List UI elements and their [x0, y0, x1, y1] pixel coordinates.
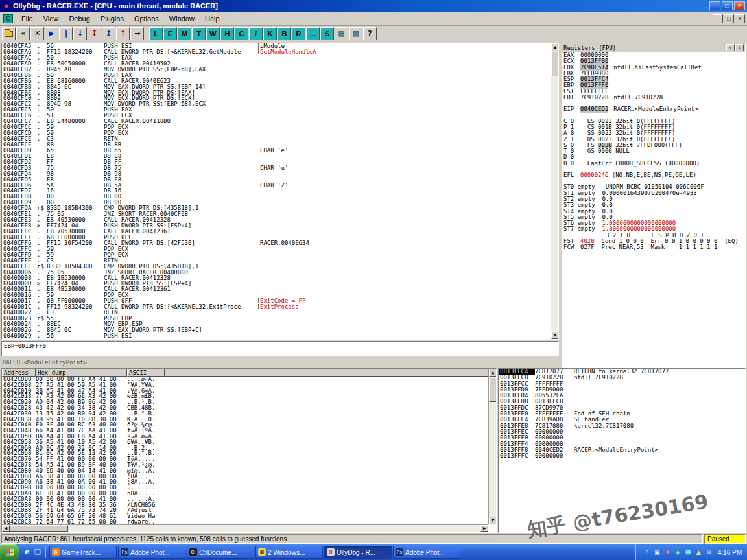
window-letter-button[interactable]: W: [206, 27, 220, 40]
taskbar-clock[interactable]: 4:16 PM: [718, 549, 742, 556]
stack-row[interactable]: 0013FFCC FFFFFFFF: [499, 381, 745, 387]
tray-icon[interactable]: ♪: [643, 548, 651, 557]
disasm-row[interactable]: 0040CFA6 . FF15 18324200 CALL DWORD PTR …: [2, 49, 558, 55]
open-file-button[interactable]: [2, 27, 16, 40]
dump-row[interactable]: 0042C030 13 15 42 00 B0 04 42 00 ..B.°.B…: [2, 411, 496, 417]
tray-icon[interactable]: ◈: [674, 548, 682, 557]
dump-row[interactable]: 0042C060 A0 0C 42 00 32 0C 14 00 .B.2...: [2, 445, 496, 451]
disasm-row[interactable]: 0040CFD7 16 DB 16: [2, 188, 558, 194]
register-row[interactable]: EBP 0013FFF0: [562, 82, 745, 88]
register-row[interactable]: EBX 7FFD9000: [562, 71, 745, 76]
dump-row[interactable]: 0042C070 54 FF 41 00 00 00 00 00 TÿA....…: [2, 456, 496, 462]
disasm-row[interactable]: 0040CFD2 FF DB FF: [2, 159, 558, 165]
start-button[interactable]: [0, 544, 19, 560]
stack-row[interactable]: 0013FFF8 0040CED2 RACER.<ModuleEntryPoin…: [499, 447, 745, 453]
toolbar-button[interactable]: →: [130, 27, 144, 40]
scroll-left-icon[interactable]: ◀: [2, 525, 10, 532]
menu-item[interactable]: Plugins: [95, 12, 129, 25]
flag-row[interactable]: Z 1 DS 0023 32bit 0(FFFFFFFF): [562, 137, 745, 143]
disasm-row[interactable]: 0040CFC2 . 894D 98 MOV DWORD PTR SS:[EBP…: [2, 101, 558, 107]
disasm-row[interactable]: 0040CFF1 . 68 FF000000 PUSH 0FF: [2, 235, 558, 240]
dump-header-ascii[interactable]: ASCII: [127, 369, 165, 377]
window-letter-button[interactable]: H: [220, 27, 234, 40]
taskbar-task-button[interactable]: C: C:\Docume...: [187, 546, 254, 559]
cpu-window-icon[interactable]: C: [3, 14, 13, 23]
disasm-row[interactable]: 0040CFD9 00 DB 00: [2, 200, 558, 205]
toolbar-button[interactable]: ↥: [102, 27, 115, 40]
window-letter-button[interactable]: L: [149, 27, 163, 40]
flag-row[interactable]: S 0 FS 003B 32bit 7FFDF000(FFF): [562, 143, 745, 148]
register-row[interactable]: ESI FFFFFFFF: [562, 89, 745, 95]
scroll-right-icon[interactable]: ▶: [480, 525, 488, 532]
register-row[interactable]: EAX 00000000: [562, 52, 745, 58]
toolbar-button[interactable]: ▩: [349, 27, 362, 40]
scroll-up-icon[interactable]: ▲: [551, 43, 559, 51]
dump-row[interactable]: 0042C000 00 00 00 00 F8 A4 41 00 ....ø¤A…: [2, 377, 496, 382]
disasm-row[interactable]: 0040CFB6 . E8 68160000 CALL RACER.0040E6…: [2, 78, 558, 84]
tray-icon[interactable]: ▲: [694, 548, 703, 557]
fpu-register-row[interactable]: ST2 empty 0.0: [562, 196, 745, 202]
quick-launch-icon[interactable]: ❏: [32, 546, 43, 558]
disasm-row[interactable]: 0040CFFE . C3 RETN: [2, 258, 558, 264]
stack-row[interactable]: 0013FFF4 00000000: [499, 441, 745, 447]
disasm-row[interactable]: 0040CFD0 65 DB 65 CHAR 'e': [2, 148, 558, 154]
menu-item[interactable]: Options: [129, 12, 164, 25]
disasm-row[interactable]: 0040CFCF 8B DB 8B: [2, 142, 558, 148]
toolbar-button[interactable]: ▦: [335, 27, 348, 40]
registers-scroll-left-icon[interactable]: ‹: [726, 44, 735, 51]
register-row-eip[interactable]: EIP 0040CED2 RACER.<ModuleEntryPoint>: [562, 106, 745, 112]
disasm-row[interactable]: 0040CFC0 . 8B09 MOV ECX,DWORD PTR DS:[EC…: [2, 95, 558, 101]
dump-scrollbar[interactable]: ▲ ▼: [488, 369, 496, 524]
disasm-row[interactable]: 0040D026 . 8B45 0C MOV EAX,DWORD PTR SS:…: [2, 327, 558, 333]
window-letter-button[interactable]: C: [235, 27, 248, 40]
dump-row[interactable]: 0042C020 AD 04 42 00 B9 06 42 00 ..B.¹.B…: [2, 399, 496, 405]
dump-row[interactable]: 0042C038 4B 95 41 00 10 8D 30 00 K.A...0…: [2, 417, 496, 423]
toolbar-button[interactable]: ▶: [45, 27, 58, 40]
disasm-row[interactable]: 0040CFC6 . 51 PUSH ECX: [2, 113, 558, 119]
disasm-row[interactable]: 0040D006 . 75 05 JNZ SHORT RACER.0040D00…: [2, 270, 558, 275]
dump-row[interactable]: 0042C090 A6 38 41 00 0A 00 41 00 ¦8A...A…: [2, 479, 496, 485]
disasm-row[interactable]: 0040CFE1 . 75 05 JNZ SHORT RACER.0040CFE…: [2, 211, 558, 217]
window-letter-button[interactable]: /: [249, 27, 263, 40]
disasm-row[interactable]: 0040CFC5 . 50 PUSH EAX: [2, 107, 558, 113]
dump-row[interactable]: 0042C018 77 A3 42 00 6E A3 42 00 w£B.n£B…: [2, 393, 496, 399]
disasm-row[interactable]: 0040CFDA r$ 833D 185B4300 CMP DWORD PTR …: [2, 205, 558, 211]
disasm-row[interactable]: 0040CFBB . 8B45 EC MOV EAX,DWORD PTR SS:…: [2, 84, 558, 90]
disasm-row[interactable]: 0040CFF6 . FF15 30F54200 CALL DWORD PTR …: [2, 240, 558, 246]
disasm-row[interactable]: 0040CFCC . 59 POP ECX: [2, 124, 558, 130]
stack-row[interactable]: 0013FFD8 0013FFC8: [499, 399, 745, 404]
disasm-row[interactable]: 0040D00D > FF7424 04 PUSH DWORD PTR SS:[…: [2, 281, 558, 286]
disasm-row[interactable]: 0040D016 . 59 POP ECX: [2, 292, 558, 298]
disasm-row[interactable]: 0040D01C . FF15 98324200 CALL DWORD PTR …: [2, 304, 558, 310]
flag-row[interactable]: O 0 LastErr ERROR_SUCCESS (00000000): [562, 161, 745, 167]
dump-header-hex[interactable]: Hex dump: [36, 369, 127, 377]
fpu-register-row[interactable]: ST6 empty 1.0000000000000000000: [562, 220, 745, 226]
dump-row[interactable]: 0042C078 54 A5 41 00 B9 BF 40 00 T¥A.¹¿@…: [2, 462, 496, 468]
dump-row[interactable]: 0042C080 40 ED 40 00 04 14 41 00 @í@...A…: [2, 468, 496, 474]
tray-icon[interactable]: ▣: [653, 548, 661, 557]
disasm-row[interactable]: 0040CFAD . E8 50C50000 CALL RACER.004195…: [2, 61, 558, 67]
toolbar-button[interactable]: ?: [363, 27, 377, 40]
window-letter-button[interactable]: K: [263, 27, 277, 40]
dump-row[interactable]: 0042C008 27 A5 41 00 59 A5 41 00 '¥A.Y¥A…: [2, 382, 496, 388]
toolbar-button[interactable]: ↧: [88, 27, 101, 40]
disasm-row[interactable]: 0040D029 . 56 PUSH ESI: [2, 333, 558, 339]
toolbar-button[interactable]: «: [16, 27, 30, 40]
dump-row[interactable]: 0042C010 3B A5 41 00 47 A4 41 00 ;¥A.G¤A…: [2, 388, 496, 394]
window-letter-button[interactable]: T: [192, 27, 206, 40]
disasm-row[interactable]: 0040CFEC . E8 70530000 CALL RACER.004123…: [2, 229, 558, 235]
fst-row[interactable]: FST 4020 Cond 1 0 0 0 Err 0 0 1 0 0 0 0 …: [562, 239, 745, 244]
mdi-minimize-button[interactable]: –: [713, 14, 723, 23]
disasm-row[interactable]: 0040CFCE . C3 RETN: [2, 136, 558, 142]
toolbar-button[interactable]: ‖: [59, 27, 73, 40]
taskbar-task-button[interactable]: O OllyDbg - R...: [324, 546, 392, 559]
scroll-thumb[interactable]: [10, 525, 68, 532]
window-letter-button[interactable]: S: [320, 27, 334, 40]
scroll-thumb[interactable]: [551, 52, 559, 76]
toolbar-button[interactable]: ↓: [73, 27, 87, 40]
menu-item[interactable]: Debug: [64, 12, 95, 25]
disasm-row[interactable]: 0040CFD6 5A DB 5A CHAR 'Z': [2, 183, 558, 189]
register-row[interactable]: EDI 7C910228 ntdll.7C910228: [562, 95, 745, 100]
flag-row[interactable]: P 1 CS 001B 32bit 0(FFFFFFFF): [562, 124, 745, 130]
flag-row[interactable]: A 0 SS 0023 32bit 0(FFFFFFFF): [562, 130, 745, 136]
